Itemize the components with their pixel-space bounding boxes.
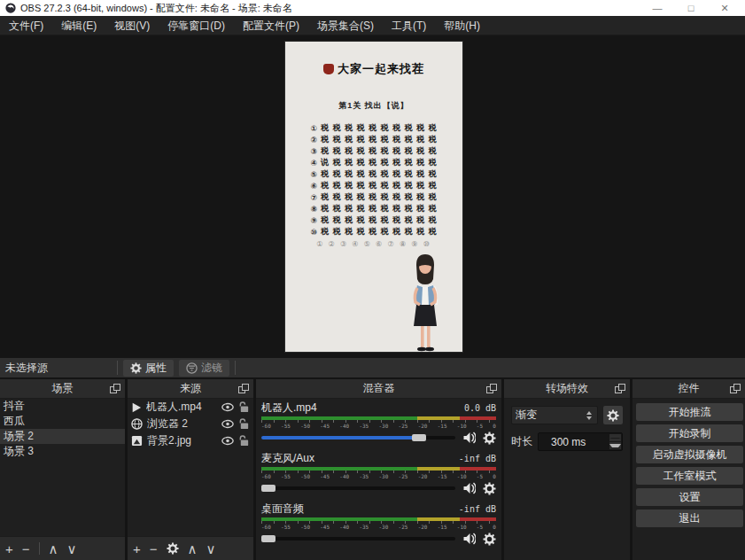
grid-row: ⑥税 税 税 税 税 税 税 税 税 税	[285, 180, 462, 191]
transitions-panel-header[interactable]: 转场特效	[504, 379, 630, 399]
settings-button[interactable]: 设置	[636, 488, 743, 506]
menu-bar: 文件(F) 编辑(E) 视图(V) 停靠窗口(D) 配置文件(P) 场景集合(S…	[0, 16, 745, 35]
spin-down-icon[interactable]	[609, 442, 621, 449]
scene-item[interactable]: 场景 3	[0, 444, 125, 459]
mixer-panel-header[interactable]: 混音器	[256, 379, 501, 399]
presenter-character	[400, 253, 450, 352]
volume-slider[interactable]	[261, 482, 455, 494]
dock-area: 场景 抖音 西瓜 场景 2 场景 3 + − ∧ ∨ 来源 机器人.mp4	[0, 379, 745, 560]
volume-slider[interactable]	[261, 432, 455, 444]
scenes-panel-header[interactable]: 场景	[0, 379, 125, 399]
slider-handle[interactable]	[261, 485, 275, 492]
transition-select[interactable]: 渐变	[511, 406, 598, 424]
volume-slider[interactable]	[261, 533, 455, 545]
channel-gear-icon[interactable]	[483, 482, 496, 495]
maximize-button[interactable]: □	[674, 0, 708, 16]
duration-input[interactable]: 300 ms	[538, 432, 623, 451]
slider-handle[interactable]	[261, 535, 275, 542]
sources-toolbar: + − ∧ ∨	[128, 536, 253, 560]
start-recording-button[interactable]: 开始录制	[636, 424, 743, 442]
menu-file[interactable]: 文件(F)	[0, 16, 52, 35]
window-titlebar: OBS 27.2.3 (64-bit, windows) - 配置文件: 未命名…	[0, 0, 745, 16]
duration-label: 时长	[511, 434, 532, 449]
studio-mode-button[interactable]: 工作室模式	[636, 467, 743, 485]
scene-list: 抖音 西瓜 场景 2 场景 3	[0, 399, 125, 536]
menu-help[interactable]: 帮助(H)	[435, 16, 489, 35]
move-source-down-button[interactable]: ∨	[206, 542, 216, 556]
speaker-icon[interactable]	[462, 432, 476, 444]
preview-area[interactable]: 大家一起来找茬 第1关 找出【说】 ①税 税 税 税 税 税 税 税 税 税 ②…	[0, 35, 745, 358]
filters-button[interactable]: 滤镜	[179, 360, 229, 377]
exit-button[interactable]: 退出	[636, 509, 743, 527]
controls-panel: 控件 开始推流 开始录制 启动虚拟摄像机 工作室模式 设置 退出	[632, 379, 745, 560]
menu-edit[interactable]: 编辑(E)	[52, 16, 105, 35]
transition-properties-button[interactable]	[603, 406, 623, 424]
grid-row: ⑤税 税 税 税 税 税 税 税 税 税	[285, 168, 462, 180]
transitions-panel: 转场特效 渐变 时长 300 ms	[504, 379, 630, 560]
minimize-button[interactable]: —	[640, 0, 674, 16]
separator	[235, 361, 236, 375]
popout-icon[interactable]	[110, 384, 120, 393]
game-subtitle: 第1关 找出【说】	[285, 100, 462, 112]
menu-docks[interactable]: 停靠窗口(D)	[159, 16, 234, 35]
lock-icon[interactable]	[238, 401, 250, 413]
popout-icon[interactable]	[615, 384, 625, 393]
add-source-button[interactable]: +	[133, 542, 141, 556]
popout-icon[interactable]	[730, 384, 741, 393]
remove-source-button[interactable]: −	[150, 542, 158, 556]
separator	[39, 542, 40, 555]
mixer-channel-mic: 麦克风/Aux -inf dB -60-55-50-45-40-35-30-25…	[261, 452, 496, 495]
menu-profile[interactable]: 配置文件(P)	[234, 16, 308, 35]
lock-icon[interactable]	[238, 435, 250, 447]
transitions-body: 渐变 时长 300 ms	[504, 399, 630, 560]
sources-panel-header[interactable]: 来源	[128, 379, 253, 399]
scene-item[interactable]: 西瓜	[0, 414, 125, 429]
scene-item-selected[interactable]: 场景 2	[0, 429, 125, 444]
video-canvas[interactable]: 大家一起来找茬 第1关 找出【说】 ①税 税 税 税 税 税 税 税 税 税 ②…	[285, 42, 462, 352]
move-scene-down-button[interactable]: ∨	[67, 542, 77, 556]
source-item[interactable]: 浏览器 2	[128, 416, 253, 432]
add-scene-button[interactable]: +	[5, 542, 13, 556]
grid-row: ③税 税 税 税 税 税 税 税 税 税	[285, 145, 462, 157]
scene-item[interactable]: 抖音	[0, 399, 125, 414]
popout-icon[interactable]	[238, 384, 249, 393]
move-source-up-button[interactable]: ∧	[188, 542, 198, 556]
scenes-panel: 场景 抖音 西瓜 场景 2 场景 3 + − ∧ ∨	[0, 379, 125, 560]
move-scene-up-button[interactable]: ∧	[49, 542, 58, 556]
controls-body: 开始推流 开始录制 启动虚拟摄像机 工作室模式 设置 退出	[632, 399, 745, 560]
source-properties-gear-icon[interactable]	[167, 542, 179, 555]
grid-row: ①税 税 税 税 税 税 税 税 税 税	[285, 122, 462, 134]
chevron-updown-icon	[585, 411, 594, 420]
start-virtual-camera-button[interactable]: 启动虚拟摄像机	[636, 446, 743, 463]
controls-panel-header[interactable]: 控件	[632, 379, 745, 399]
image-icon	[131, 435, 143, 447]
properties-button[interactable]: 属性	[123, 360, 174, 377]
close-button[interactable]: ✕	[708, 0, 741, 16]
source-item[interactable]: 背景2.jpg	[128, 432, 253, 449]
remove-scene-button[interactable]: −	[22, 542, 30, 556]
channel-gear-icon[interactable]	[483, 432, 496, 445]
lock-icon[interactable]	[238, 418, 250, 430]
slider-handle[interactable]	[412, 434, 426, 441]
speaker-icon[interactable]	[462, 533, 476, 545]
game-title: 大家一起来找茬	[338, 61, 424, 77]
character-grid: ①税 税 税 税 税 税 税 税 税 税 ②税 税 税 税 税 税 税 税 税 …	[285, 122, 462, 237]
filter-icon	[186, 362, 198, 374]
media-play-icon	[131, 402, 142, 413]
menu-tools[interactable]: 工具(T)	[383, 16, 435, 35]
visibility-eye-icon[interactable]	[221, 419, 234, 429]
speaker-icon[interactable]	[462, 482, 476, 494]
visibility-eye-icon[interactable]	[221, 402, 234, 412]
duration-spinner[interactable]	[609, 434, 621, 449]
menu-view[interactable]: 视图(V)	[105, 16, 159, 35]
start-streaming-button[interactable]: 开始推流	[636, 403, 743, 421]
channel-gear-icon[interactable]	[483, 533, 496, 546]
spin-up-icon[interactable]	[609, 434, 621, 442]
db-value: -inf dB	[459, 504, 496, 514]
popout-icon[interactable]	[486, 384, 497, 393]
visibility-eye-icon[interactable]	[221, 436, 234, 446]
source-item[interactable]: 机器人.mp4	[128, 399, 253, 416]
menu-scene-collection[interactable]: 场景集合(S)	[308, 16, 383, 35]
db-value: 0.0 dB	[464, 403, 496, 413]
no-source-selected-label: 未选择源	[0, 361, 48, 376]
